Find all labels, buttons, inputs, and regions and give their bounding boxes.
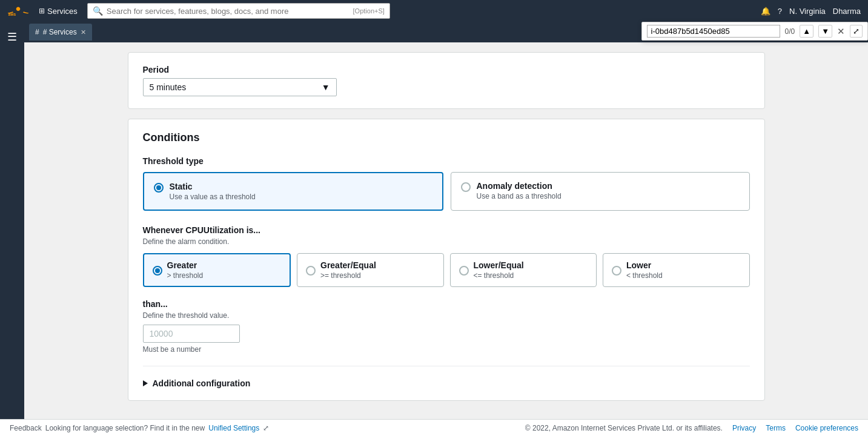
tab-services[interactable]: # # Services ✕ — [29, 24, 92, 41]
footer-language-text: Looking for language selection? Find it … — [45, 424, 205, 432]
find-external-button[interactable]: ⤢ — [850, 25, 863, 38]
find-next-button[interactable]: ▼ — [818, 25, 832, 38]
tab-hash-icon: # — [35, 28, 39, 36]
find-prev-button[interactable]: ▲ — [800, 25, 813, 38]
top-nav: aws ⊞ Services 🔍 [Option+S] 0/0 ▲ ▼ ✕ ⤢ … — [0, 0, 868, 22]
greater-radio — [153, 266, 162, 276]
lower-option[interactable]: Lower < threshold — [603, 253, 750, 287]
bell-icon[interactable]: 🔔 — [761, 7, 770, 16]
greater-equal-radio — [306, 266, 316, 276]
greater-title: Greater — [167, 260, 204, 270]
threshold-options: Static Use a value as a threshold Anomal… — [143, 172, 750, 211]
anomaly-option-title: Anomaly detection — [477, 181, 562, 191]
find-close-button[interactable]: ✕ — [837, 26, 845, 37]
copyright-text: © 2022, Amazon Internet Services Private… — [525, 424, 723, 432]
unified-settings-link[interactable]: Unified Settings — [208, 424, 259, 432]
than-sub: Define the threshold value. — [143, 311, 750, 320]
layout: ☰ # # Services ✕ Period 5 minutes ▼ Cond — [0, 22, 868, 419]
find-input[interactable] — [647, 25, 780, 38]
period-card: Period 5 minutes ▼ — [128, 52, 765, 109]
expand-icon — [143, 380, 148, 386]
main-content: # # Services ✕ Period 5 minutes ▼ Condit… — [24, 22, 868, 419]
feedback-button[interactable]: Feedback — [10, 424, 42, 432]
action-bar: Cancel Next — [128, 411, 765, 419]
lower-equal-title: Lower/Equal — [474, 260, 524, 270]
footer: Feedback Looking for language selection?… — [0, 419, 868, 436]
lower-sub: < threshold — [626, 271, 663, 280]
conditions-title: Conditions — [143, 131, 750, 144]
lower-equal-sub: <= threshold — [474, 271, 524, 280]
lower-radio — [612, 266, 621, 276]
nav-right: 🔔 ? N. Virginia Dharma — [761, 7, 861, 16]
services-label: Services — [47, 7, 78, 16]
period-dropdown-icon: ▼ — [322, 82, 330, 92]
svg-text:aws: aws — [8, 12, 16, 16]
aws-logo: aws — [7, 4, 29, 18]
cookie-preferences-link[interactable]: Cookie preferences — [795, 424, 858, 432]
threshold-input[interactable] — [143, 325, 240, 343]
lower-title: Lower — [626, 260, 663, 270]
privacy-link[interactable]: Privacy — [732, 424, 756, 432]
search-bar[interactable]: 🔍 [Option+S] — [87, 3, 390, 19]
greater-equal-option[interactable]: Greater/Equal >= threshold — [297, 253, 444, 287]
static-radio — [154, 183, 164, 193]
find-bar: 0/0 ▲ ▼ ✕ ⤢ — [641, 22, 868, 41]
tab-services-label: # Services — [43, 28, 77, 36]
anomaly-option-sub: Use a band as a threshold — [477, 192, 562, 200]
static-option-sub: Use a value as a threshold — [170, 193, 256, 201]
help-icon[interactable]: ? — [778, 7, 782, 16]
user-menu[interactable]: Dharma — [833, 7, 861, 16]
lower-equal-option[interactable]: Lower/Equal <= threshold — [450, 253, 597, 287]
region-selector[interactable]: N. Virginia — [789, 7, 826, 16]
period-label: Period — [143, 65, 750, 74]
greater-option[interactable]: Greater > threshold — [143, 253, 291, 287]
anomaly-radio — [461, 182, 471, 192]
greater-sub: > threshold — [167, 271, 204, 280]
whenever-title: Whenever CPUUtilization is... — [143, 225, 750, 235]
condition-options: Greater > threshold Greater/Equal >= thr… — [143, 253, 750, 287]
lower-equal-radio — [459, 266, 469, 276]
period-value: 5 minutes — [150, 82, 187, 92]
terms-link[interactable]: Terms — [766, 424, 786, 432]
greater-equal-sub: >= threshold — [320, 271, 376, 280]
find-count: 0/0 — [785, 27, 795, 36]
greater-equal-title: Greater/Equal — [320, 260, 376, 270]
additional-config[interactable]: Additional configuration — [143, 366, 750, 388]
period-select[interactable]: 5 minutes ▼ — [143, 78, 337, 96]
page-area: Period 5 minutes ▼ Conditions Threshold … — [113, 42, 780, 419]
whenever-sub: Define the alarm condition. — [143, 237, 750, 246]
sidebar: ☰ — [0, 22, 24, 419]
static-option-title: Static — [170, 182, 256, 191]
services-nav-button[interactable]: ⊞ Services — [34, 4, 82, 18]
search-icon: 🔍 — [93, 6, 103, 16]
sidebar-menu-button[interactable]: ☰ — [4, 27, 21, 47]
than-title: than... — [143, 299, 750, 309]
static-threshold-option[interactable]: Static Use a value as a threshold — [143, 172, 443, 211]
search-input[interactable] — [107, 7, 350, 16]
threshold-type-label: Threshold type — [143, 156, 750, 166]
anomaly-threshold-option[interactable]: Anomaly detection Use a band as a thresh… — [451, 172, 750, 211]
conditions-card: Conditions Threshold type Static Use a v… — [128, 119, 765, 401]
tab-close-button[interactable]: ✕ — [81, 28, 86, 36]
additional-config-label: Additional configuration — [153, 378, 251, 388]
external-link-icon: ⤢ — [263, 424, 269, 432]
threshold-hint: Must be a number — [143, 345, 750, 354]
search-shortcut: [Option+S] — [353, 7, 385, 15]
